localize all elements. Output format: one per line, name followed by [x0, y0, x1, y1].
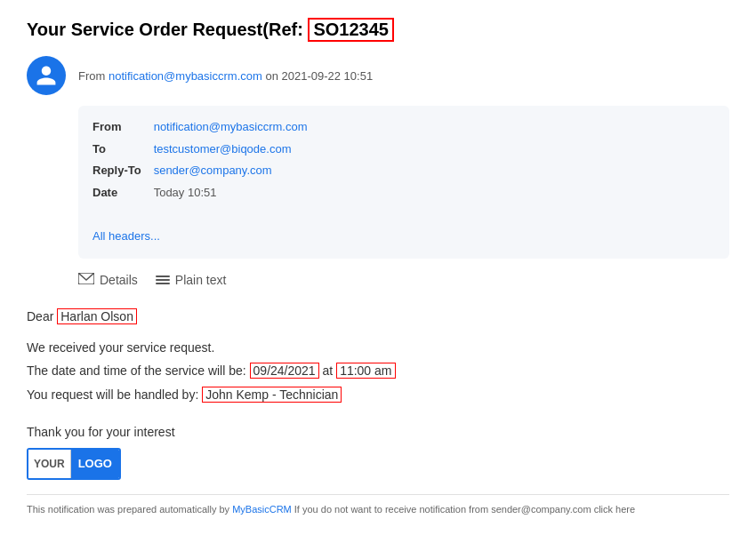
tab-plaintext[interactable]: Plain text — [156, 273, 227, 287]
logo-logo: LOGO — [71, 450, 119, 478]
body-line1: We received your service request. — [27, 336, 729, 360]
line3-prefix: You request will be handled by: — [27, 387, 198, 402]
replyto-label: Reply-To — [92, 160, 154, 182]
footer-brand-link[interactable]: MyBasicCRM — [232, 504, 292, 515]
replyto-email-link[interactable]: sender@company.com — [154, 164, 272, 177]
body-line2: The date and time of the service will be… — [27, 359, 729, 383]
avatar — [27, 56, 66, 95]
line2-prefix: The date and time of the service will be… — [27, 363, 246, 378]
title-prefix: Your Service Order Request(Ref: — [27, 20, 308, 39]
date-label: Date — [92, 182, 154, 204]
lines-icon — [156, 275, 170, 284]
dear-line: Dear Harlan Olson — [27, 305, 729, 329]
footer-suffix: If you do not want to receive notificati… — [292, 504, 635, 515]
to-value: testcustomer@biqode.com — [154, 139, 308, 161]
footer-prefix: This notification was prepared automatic… — [27, 504, 232, 515]
from-value: notification@mybasiccrm.com — [154, 116, 308, 139]
details-label: Details — [100, 273, 138, 287]
logo-your: YOUR — [28, 450, 71, 478]
user-icon — [35, 64, 58, 87]
ref-number: SO12345 — [308, 18, 394, 42]
line2-at: at — [323, 363, 337, 378]
replyto-value: sender@company.com — [154, 160, 308, 182]
service-date: 09/24/2021 — [250, 363, 319, 379]
headers-box: From notification@mybasiccrm.com To test… — [78, 106, 729, 259]
thank-you: Thank you for your interest — [27, 425, 729, 439]
from-label: From — [78, 69, 109, 83]
date-value: Today 10:51 — [154, 182, 308, 204]
header-replyto-row: Reply-To sender@company.com — [92, 160, 308, 182]
plaintext-label: Plain text — [175, 273, 227, 287]
service-time: 11:00 am — [336, 363, 395, 379]
tab-details[interactable]: Details — [78, 273, 138, 287]
to-label: To — [92, 139, 154, 161]
from-email-link[interactable]: notification@mybasiccrm.com — [154, 120, 308, 133]
sender-email: notification@mybasiccrm.com — [109, 69, 262, 83]
sender-date: on 2021-09-22 10:51 — [265, 69, 373, 83]
email-title: Your Service Order Request(Ref: SO12345 — [27, 18, 729, 42]
all-headers-link[interactable]: All headers... — [92, 229, 160, 243]
body-line3: You request will be handled by: John Kem… — [27, 383, 729, 407]
view-tabs: Details Plain text — [78, 273, 729, 287]
dear-label: Dear — [27, 309, 57, 323]
customer-name: Harlan Olson — [57, 308, 137, 324]
envelope-icon — [78, 273, 94, 287]
sender-info: From notification@mybasiccrm.com on 2021… — [78, 69, 373, 83]
footer-text: This notification was prepared automatic… — [27, 494, 729, 517]
headers-table: From notification@mybasiccrm.com To test… — [92, 116, 308, 204]
email-body: Dear Harlan Olson We received your servi… — [27, 305, 729, 406]
to-email-link[interactable]: testcustomer@biqode.com — [154, 142, 292, 156]
logo-box: YOUR LOGO — [27, 448, 121, 480]
from-label: From — [92, 116, 154, 139]
technician-name: John Kemp - Technician — [202, 387, 342, 403]
sender-row: From notification@mybasiccrm.com on 2021… — [27, 56, 729, 95]
header-from-row: From notification@mybasiccrm.com — [92, 116, 308, 139]
header-date-row: Date Today 10:51 — [92, 182, 308, 204]
header-to-row: To testcustomer@biqode.com — [92, 139, 308, 161]
